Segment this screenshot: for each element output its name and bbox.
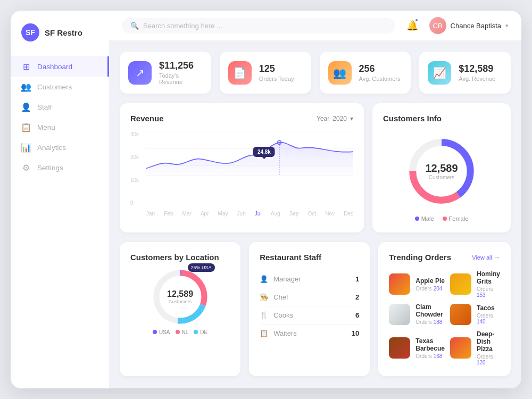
revenue-chart-svg <box>146 131 353 183</box>
main-content: ↗ $11,256 Today's Revenue 📄 125 Orders T… <box>109 41 521 388</box>
view-all-label: View all <box>472 254 492 261</box>
location-center: 12,589 Customers <box>167 289 193 304</box>
menu-icon: 📋 <box>21 122 31 132</box>
customers-info-title: Customers Info <box>383 114 442 123</box>
search-placeholder: Search something here ... <box>143 22 222 30</box>
customers-info-card: Customers Info 12,589 Customers <box>372 103 511 232</box>
sidebar-item-customers[interactable]: 👥 Customers <box>11 77 109 97</box>
order-image-hominy-grits <box>450 273 471 295</box>
x-label-nov: Nov <box>325 211 335 217</box>
customers-stat-label: Avg. Customers <box>359 76 401 82</box>
order-item-texas-barbecue: Texas Barbecue Orders 168 <box>389 330 445 365</box>
sidebar-item-settings[interactable]: ⚙ Settings <box>11 157 109 178</box>
gender-legend: Male Female <box>415 215 469 222</box>
chevron-down-icon: ▾ <box>505 22 509 29</box>
staff-icon: 👤 <box>21 102 31 112</box>
sidebar-logo: SF SF Restro <box>11 23 109 56</box>
avatar: CB <box>429 17 446 34</box>
revenue-stat-value: $11,256 <box>159 60 203 71</box>
avg_revenue-stat-value: $12,589 <box>459 63 495 74</box>
avg_revenue-stat-icon: 📈 <box>428 61 451 85</box>
order-count-deep-dish-pizza: Orders 120 <box>477 354 500 365</box>
cooks-role-name: Cooks <box>273 311 293 319</box>
order-image-deep-dish-pizza <box>450 337 471 359</box>
year-select[interactable]: Year 2020 ▾ <box>317 115 353 122</box>
trending-title: Trending Orders <box>389 253 451 262</box>
female-label: Female <box>449 215 469 222</box>
order-name-tacos: Tacos <box>477 304 500 312</box>
orders-stat-icon: 📄 <box>228 61 252 85</box>
staff-title: Restaurant Staff <box>260 253 321 262</box>
chart-x-labels: JanFebMarAprMayJunJulAugSepOctNovDec <box>146 211 353 217</box>
male-label: Male <box>421 215 434 222</box>
chef-role-icon: 👨‍🍳 <box>260 293 268 301</box>
middle-row: Revenue Year 2020 ▾ 30k20k10k0 <box>120 103 511 232</box>
orders-stat-value: 125 <box>259 63 294 74</box>
topbar: 🔍 Search something here ... 🔔 CB Chance … <box>109 11 521 41</box>
stat-card-orders: 📄 125 Orders Today <box>220 52 311 94</box>
waiters-role-icon: 📋 <box>260 329 268 337</box>
order-item-deep-dish-pizza: Deep-Dish Pizza Orders 120 <box>450 330 500 365</box>
year-value: 2020 <box>332 115 347 122</box>
x-label-jul: Jul <box>255 211 262 217</box>
location-tooltip: 25% USA <box>188 263 215 272</box>
revenue-card-header: Revenue Year 2020 ▾ <box>130 114 353 123</box>
view-all-button[interactable]: View all → <box>472 254 500 261</box>
revenue-stat-label: Today's Revenue <box>159 72 203 85</box>
sidebar-item-dashboard[interactable]: ⊞ Dashboard <box>11 56 109 77</box>
order-count-texas-barbecue: Orders 168 <box>415 353 445 359</box>
stat-card-revenue: ↗ $11,256 Today's Revenue <box>120 52 211 94</box>
staff-row-manager: 👤 Manager 1 <box>260 270 359 288</box>
revenue-title: Revenue <box>130 114 164 123</box>
revenue-chart-area: 30k20k10k0 <box>130 131 353 217</box>
nav-label-staff: Staff <box>37 103 52 111</box>
user-name: Chance Baptista <box>451 22 501 30</box>
avg_revenue-stat-label: Avg. Revenue <box>459 76 495 82</box>
waiters-role-name: Waiters <box>273 329 297 337</box>
cooks-count: 6 <box>355 311 359 319</box>
logo-icon: SF <box>21 23 39 41</box>
order-image-apple-pie <box>389 273 410 295</box>
stat-card-avg_revenue: 📈 $12,589 Avg. Revenue <box>419 52 511 94</box>
waiters-count: 10 <box>352 329 359 337</box>
app-container: SF SF Restro ⊞ Dashboard👥 Customers👤 Sta… <box>11 11 521 388</box>
sidebar: SF SF Restro ⊞ Dashboard👥 Customers👤 Sta… <box>11 11 109 388</box>
location-legend-de: DE <box>194 329 207 335</box>
user-menu[interactable]: CB Chance Baptista ▾ <box>429 17 509 34</box>
order-count-tacos: Orders 140 <box>477 313 500 325</box>
sidebar-item-staff[interactable]: 👤 Staff <box>11 97 109 117</box>
app-name: SF Restro <box>45 28 82 37</box>
location-title: Customers by Location <box>130 253 219 262</box>
staff-card-header: Restaurant Staff <box>260 253 359 262</box>
notification-button[interactable]: 🔔 <box>404 17 421 34</box>
chef-count: 2 <box>355 293 359 301</box>
sidebar-item-menu[interactable]: 📋 Menu <box>11 117 109 137</box>
order-name-hominy-grits: Hominy Grits <box>477 270 500 285</box>
customers-stat-icon: 👥 <box>328 61 352 85</box>
order-image-tacos <box>450 304 471 325</box>
location-donut: 25% USA 12,589 Customers <box>151 268 210 326</box>
customers-stat-value: 256 <box>359 63 401 74</box>
chef-role-name: Chef <box>273 293 288 301</box>
nav-label-menu: Menu <box>37 123 55 131</box>
order-name-clam-chowder: Clam Chowder <box>415 303 445 318</box>
x-label-apr: Apr <box>201 211 209 217</box>
order-name-apple-pie: Apple Pie <box>415 277 445 285</box>
settings-icon: ⚙ <box>21 163 31 172</box>
order-item-apple-pie: Apple Pie Orders 204 <box>389 270 445 298</box>
dashboard-icon: ⊞ <box>21 62 31 71</box>
manager-role-icon: 👤 <box>260 275 268 283</box>
donut-center: 12,589 Customers <box>425 162 458 180</box>
sidebar-item-analytics[interactable]: 📊 Analytics <box>11 137 109 157</box>
x-label-jun: Jun <box>237 211 246 217</box>
manager-count: 1 <box>355 275 359 283</box>
notification-badge <box>414 18 419 22</box>
trending-orders-card: Trending Orders View all → Apple Pie Ord… <box>378 242 511 376</box>
x-label-feb: Feb <box>164 211 173 217</box>
location-value: 12,589 <box>167 289 193 299</box>
order-count-hominy-grits: Orders 153 <box>477 286 500 298</box>
x-label-jan: Jan <box>146 211 155 217</box>
search-bar[interactable]: 🔍 Search something here ... <box>122 18 395 34</box>
chart-y-labels: 30k20k10k0 <box>130 131 139 206</box>
nav-label-settings: Settings <box>37 164 63 172</box>
